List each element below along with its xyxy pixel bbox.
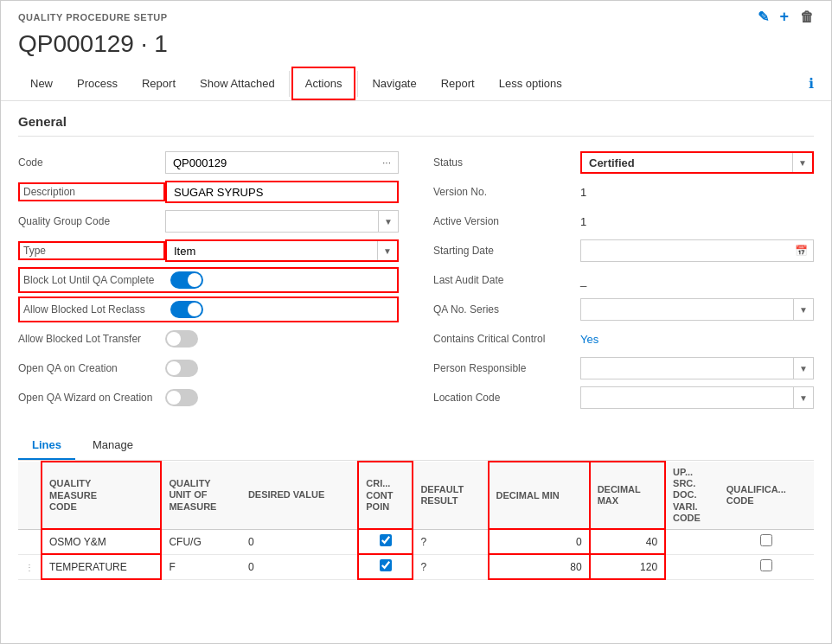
- drag-handle-cell-2[interactable]: ⋮: [18, 554, 42, 579]
- cri-cont-poin-cell[interactable]: [358, 529, 413, 554]
- qa-series-label: QA No. Series: [433, 303, 580, 316]
- critical-label: Contains Critical Control: [433, 333, 580, 345]
- delete-icon[interactable]: 🗑: [800, 10, 815, 25]
- nav-divider: [289, 71, 290, 97]
- cri-cont-poin-checkbox-2[interactable]: [380, 559, 392, 571]
- allow-transfer-label: Allow Blocked Lot Transfer: [18, 333, 165, 345]
- nav-less-options-button[interactable]: Less options: [487, 68, 574, 99]
- qualifica-code-cell[interactable]: [720, 529, 814, 554]
- col-quality-unit: QUALITYUNIT OFMEASURE: [161, 462, 240, 529]
- critical-value: Yes: [580, 333, 598, 346]
- person-dropdown-arrow[interactable]: ▼: [793, 358, 813, 379]
- up-src-doc-cell-2: [665, 554, 720, 579]
- default-result-cell: ?: [413, 529, 488, 554]
- calendar-icon[interactable]: 📅: [790, 242, 813, 259]
- person-label: Person Responsible: [433, 362, 580, 374]
- active-version-value: 1: [580, 213, 586, 231]
- desired-value-cell-2: 0: [241, 554, 358, 579]
- type-dropdown-arrow[interactable]: ▼: [377, 241, 397, 260]
- quality-unit-cell: CFU/G: [161, 529, 240, 554]
- audit-date-value: _: [580, 274, 586, 287]
- quality-measure-code-cell: OSMO Y&M: [42, 529, 161, 554]
- status-dropdown-arrow[interactable]: ▼: [792, 153, 812, 172]
- drag-handle-icon[interactable]: ⋮: [25, 563, 34, 572]
- nav-report2-button[interactable]: Report: [429, 68, 487, 99]
- active-version-label: Active Version: [433, 215, 580, 227]
- open-qa-toggle[interactable]: [165, 360, 198, 377]
- starting-date-label: Starting Date: [433, 245, 580, 257]
- status-value: Certified: [582, 154, 792, 172]
- table-row: OSMO Y&M CFU/G 0 ? 0 40: [18, 529, 814, 554]
- code-input[interactable]: [173, 156, 379, 169]
- nav-report1-button[interactable]: Report: [130, 68, 188, 99]
- col-default-result: DEFAULTRESULT: [413, 462, 488, 529]
- allow-transfer-toggle[interactable]: [165, 330, 198, 348]
- quality-unit-cell-2: F: [161, 554, 240, 579]
- decimal-min-cell-2: 80: [489, 554, 590, 579]
- qa-series-input[interactable]: [581, 301, 793, 319]
- col-decimal-max: DECIMALMAX: [590, 462, 665, 529]
- location-label: Location Code: [433, 392, 580, 404]
- nav-show-attached-button[interactable]: Show Attached: [188, 68, 287, 99]
- code-dots-button[interactable]: ···: [382, 156, 391, 169]
- col-qualifica-code: QUALIFICA...CODE: [720, 462, 814, 529]
- allow-blocked-toggle[interactable]: [170, 301, 203, 318]
- record-title: QP000129 · 1: [18, 26, 814, 67]
- col-decimal-min: DECIMAL MIN: [489, 462, 590, 529]
- status-label: Status: [433, 156, 580, 169]
- audit-date-label: Last Audit Date: [433, 274, 580, 286]
- block-lot-label: Block Lot Until QA Complete: [23, 274, 170, 286]
- quality-group-dropdown-arrow[interactable]: ▼: [378, 211, 398, 232]
- nav-actions-button[interactable]: Actions: [291, 67, 356, 100]
- decimal-min-cell: 0: [489, 529, 590, 554]
- cri-cont-poin-cell-2[interactable]: [358, 554, 413, 579]
- quality-group-input[interactable]: [166, 213, 378, 231]
- add-icon[interactable]: +: [779, 8, 789, 26]
- desired-value-cell: 0: [241, 529, 358, 554]
- person-input[interactable]: [581, 360, 793, 378]
- col-quality-measure-code: QUALITYMEASURECODE: [42, 462, 161, 529]
- block-lot-toggle[interactable]: [170, 271, 203, 289]
- decimal-max-cell-2: 120: [590, 554, 665, 579]
- code-label: Code: [18, 156, 165, 169]
- open-qa-label: Open QA on Creation: [18, 362, 165, 374]
- edit-icon[interactable]: ✎: [758, 9, 770, 25]
- info-icon[interactable]: ℹ: [809, 75, 814, 92]
- nav-divider-2: [357, 71, 358, 97]
- manage-tab[interactable]: Manage: [79, 431, 147, 460]
- nav-process-button[interactable]: Process: [65, 68, 130, 99]
- version-label: Version No.: [433, 186, 580, 198]
- qualifica-code-checkbox[interactable]: [760, 534, 772, 546]
- lines-tab[interactable]: Lines: [18, 431, 75, 460]
- up-src-doc-cell: [665, 529, 720, 554]
- open-wizard-label: Open QA Wizard on Creation: [18, 392, 165, 404]
- default-result-cell-2: ?: [413, 554, 488, 579]
- table-row: ⋮ TEMPERATURE F 0 ? 80 120: [18, 554, 814, 579]
- col-desired-value: DESIRED VALUE: [241, 462, 358, 529]
- drag-handle-cell: [18, 529, 42, 554]
- col-cri-cont-poin: CRI...CONTPOIN: [358, 462, 413, 529]
- qa-series-dropdown-arrow[interactable]: ▼: [793, 299, 813, 320]
- qualifica-code-checkbox-2[interactable]: [760, 559, 772, 571]
- open-wizard-toggle[interactable]: [165, 389, 198, 406]
- quality-group-label: Quality Group Code: [18, 215, 165, 227]
- quality-measure-code-cell-2: TEMPERATURE: [42, 554, 161, 579]
- allow-blocked-label: Allow Blocked Lot Reclass: [23, 303, 170, 316]
- qualifica-code-cell-2[interactable]: [720, 554, 814, 579]
- description-input[interactable]: [165, 181, 399, 203]
- location-input[interactable]: [581, 389, 793, 407]
- nav-new-button[interactable]: New: [18, 68, 65, 99]
- description-label: Description: [18, 182, 165, 201]
- version-value: 1: [580, 183, 586, 201]
- decimal-max-cell: 40: [590, 529, 665, 554]
- col-up-src-doc: UP...SRC.DOC.VARI.CODE: [665, 462, 720, 529]
- starting-date-input[interactable]: [581, 242, 790, 260]
- type-input[interactable]: [167, 242, 377, 260]
- cri-cont-poin-checkbox[interactable]: [380, 534, 392, 546]
- setup-label: QUALITY PROCEDURE SETUP: [18, 12, 745, 22]
- nav-navigate-button[interactable]: Navigate: [360, 68, 428, 99]
- general-title: General: [18, 114, 814, 137]
- location-dropdown-arrow[interactable]: ▼: [793, 387, 813, 408]
- type-label: Type: [18, 241, 165, 260]
